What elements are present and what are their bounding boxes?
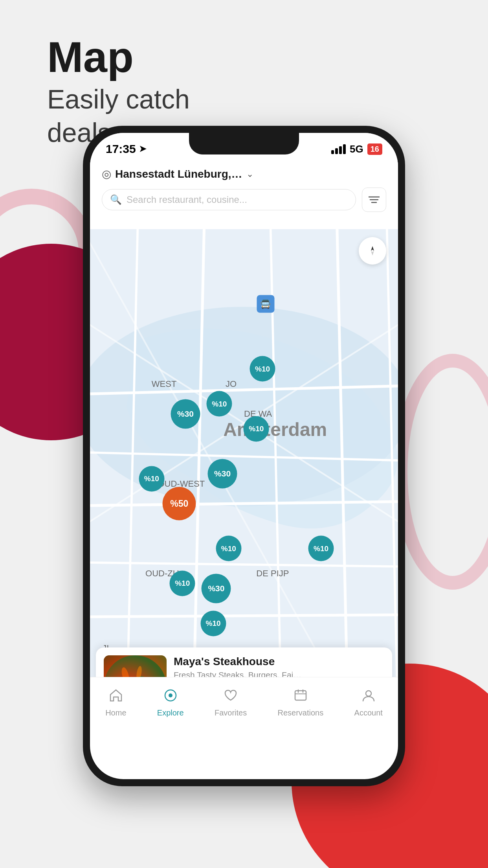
- svg-line-8: [90, 614, 398, 617]
- home-icon: [109, 688, 123, 706]
- app-content: ◎ Hansestadt Lüneburg,… ⌄ 🔍 Search resta…: [90, 160, 398, 728]
- favorites-icon: [224, 688, 238, 706]
- nav-item-reservations[interactable]: Reservations: [270, 685, 332, 721]
- nav-item-favorites[interactable]: Favorites: [207, 685, 255, 721]
- restaurant-name: Maya's Steakhouse: [174, 655, 384, 668]
- status-time: 17:35 ➤: [106, 142, 146, 156]
- locate-button[interactable]: [359, 237, 386, 265]
- location-arrow-icon: ➤: [139, 144, 146, 154]
- phone-screen: 17:35 ➤ 5G 16 ◎ Hansestadt Lüneburg,…: [90, 133, 398, 779]
- reservations-icon: [294, 688, 308, 706]
- svg-rect-28: [295, 691, 306, 700]
- search-input[interactable]: Search restaurant, cousine...: [127, 194, 247, 205]
- search-icon: 🔍: [110, 194, 122, 205]
- map-pin-30-3[interactable]: %30: [202, 574, 231, 603]
- chevron-down-icon: ⌄: [246, 169, 253, 179]
- svg-point-27: [169, 693, 172, 697]
- map-pin-10-5[interactable]: %10: [216, 536, 241, 561]
- nav-label-explore: Explore: [157, 708, 184, 717]
- bg-decoration-curve: [394, 354, 488, 590]
- map-pin-10-1[interactable]: %10: [207, 391, 232, 417]
- nav-label-favorites: Favorites: [215, 708, 247, 717]
- battery-indicator: 16: [367, 143, 382, 155]
- nav-label-reservations: Reservations: [278, 708, 324, 717]
- account-icon: [361, 688, 376, 706]
- nav-label-account: Account: [354, 708, 383, 717]
- search-bar-container: 🔍 Search restaurant, cousine...: [90, 184, 398, 217]
- nav-item-explore[interactable]: Explore: [149, 685, 192, 721]
- map-pin-10-6[interactable]: %10: [308, 536, 334, 561]
- svg-marker-17: [371, 246, 374, 251]
- compass-icon: [366, 245, 379, 257]
- signal-icon: [331, 144, 346, 154]
- filter-button[interactable]: [362, 188, 386, 212]
- map-pin-30-2[interactable]: %30: [208, 459, 237, 488]
- status-right: 5G 16: [331, 143, 382, 155]
- search-input-wrapper[interactable]: 🔍 Search restaurant, cousine...: [102, 189, 356, 210]
- svg-point-32: [366, 691, 371, 696]
- explore-icon: [163, 688, 178, 706]
- map-pin-30-1[interactable]: %30: [171, 399, 200, 428]
- map-pin-10-8[interactable]: %10: [200, 611, 226, 636]
- nav-item-account[interactable]: Account: [347, 685, 391, 721]
- phone-notch: [189, 133, 299, 154]
- nav-item-home[interactable]: Home: [97, 685, 134, 721]
- svg-line-7: [90, 562, 398, 567]
- location-bar[interactable]: ◎ Hansestadt Lüneburg,… ⌄: [90, 160, 398, 184]
- map-pin-10-2[interactable]: %10: [250, 356, 275, 382]
- page-title: Map: [47, 35, 222, 79]
- map-pin-10-3[interactable]: %10: [244, 416, 269, 441]
- network-type: 5G: [350, 143, 363, 155]
- map-pin-10-4[interactable]: %10: [139, 466, 164, 491]
- location-text: Hansestadt Lüneburg,…: [115, 168, 242, 180]
- map-pin-10-7[interactable]: %10: [170, 570, 195, 596]
- transit-icon-top: 🚍: [257, 295, 274, 313]
- location-pin-icon: ◎: [102, 167, 111, 180]
- svg-marker-18: [371, 251, 374, 256]
- bottom-nav: Home Explore Favorites: [90, 677, 398, 728]
- filter-icon: [369, 196, 380, 204]
- map-pin-50-1[interactable]: %50: [163, 487, 196, 520]
- map-area[interactable]: WEST JO DE WA OUD-WEST OUD-ZU DE PIJP JI…: [90, 229, 398, 728]
- nav-label-home: Home: [105, 708, 126, 717]
- phone-frame: 17:35 ➤ 5G 16 ◎ Hansestadt Lüneburg,…: [83, 126, 405, 786]
